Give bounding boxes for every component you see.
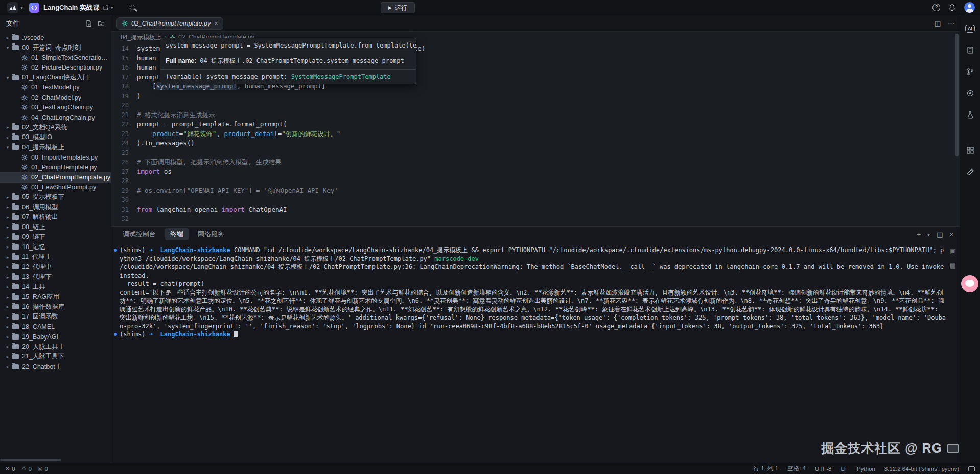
status-item-1[interactable]: 空格: 4 [787,465,806,472]
editor-tab-bar: 02_ChatPromptTemplate.py × ◫ ⋯ [111,15,960,32]
tree-folder-19_BabyAGI[interactable]: ▸19_BabyAGI [0,332,111,342]
sidebar-horizontal-scrollbar[interactable] [0,459,61,461]
line-number: 15 [111,54,129,63]
tree-folder-14_工具[interactable]: ▸14_工具 [0,282,111,292]
help-icon[interactable]: ? [932,4,940,11]
watermark: 掘金技术社区 @ RG [821,440,959,457]
tree-folder-13_代理下[interactable]: ▸13_代理下 [0,272,111,282]
tree-file-03_TextLangChain.py[interactable]: 03_TextLangChain.py [0,103,111,113]
new-terminal-icon[interactable]: + [917,231,921,238]
tree-folder-04_提示模板上[interactable]: ▾04_提示模板上 [0,143,111,153]
tree-file-02_PictureDescription.py[interactable]: 02_PictureDescription.py [0,63,111,73]
tree-folder-01_LangChain快速入门[interactable]: ▾01_LangChain快速入门 [0,73,111,83]
tree-folder-06_调用模型[interactable]: ▸06_调用模型 [0,202,111,213]
terminal-side-icon-2[interactable]: ▤ [950,262,956,269]
tree-folder-.vscode[interactable]: ▸.vscode [0,33,111,43]
tree-folder-17_回调函数[interactable]: ▸17_回调函数 [0,312,111,322]
run-button[interactable]: ▶ 运行 [381,2,415,13]
sidebar-title: 文件 [6,19,19,28]
tree-file-01_TextModel.py[interactable]: 01_TextModel.py [0,83,111,93]
tree-folder-05_提示模板下[interactable]: ▸05_提示模板下 [0,192,111,202]
close-panel-icon[interactable]: × [949,231,953,238]
chevron-down-icon[interactable]: ▾ [927,232,930,237]
split-terminal-icon[interactable]: ◫ [937,231,943,238]
marscode-logo-icon[interactable] [7,2,18,13]
tree-folder-02_文档QA系统[interactable]: ▸02_文档QA系统 [0,123,111,133]
user-avatar[interactable] [964,2,975,13]
status-item-4[interactable]: Python [857,466,875,472]
code-line: 32 [111,214,960,224]
tree-folder-20_人脉工具上[interactable]: ▸20_人脉工具上 [0,342,111,352]
status-error[interactable]: ⊗0 [5,465,15,472]
tree-folder-00_开篇词_奇点时刻[interactable]: ▾00_开篇词_奇点时刻 [0,43,111,53]
more-actions-icon[interactable]: ⋯ [948,19,954,27]
tree-folder-11_代理上[interactable]: ▸11_代理上 [0,252,111,262]
tree-file-01_SimpleTextGeneration.py[interactable]: 01_SimpleTextGeneration.py [0,53,111,63]
python-file-icon [122,20,128,27]
tree-file-01_PromptTemplate.py[interactable]: 01_PromptTemplate.py [0,163,111,173]
extensions-grid-icon[interactable] [964,144,976,156]
ai-assistant-icon[interactable]: AI [965,25,975,33]
tree-folder-07_解析输出[interactable]: ▸07_解析输出 [0,212,111,222]
chevron-down-icon[interactable]: ▾ [20,5,23,10]
code-line: 21# 格式化提示消息生成提示 [111,110,960,120]
status-item-5[interactable]: 3.12.2 64-bit ('shims': pyenv) [884,466,959,472]
docs-icon[interactable] [964,44,976,56]
panel-tab-网络服务[interactable]: 网络服务 [193,228,229,240]
tree-folder-03_模型IO[interactable]: ▸03_模型IO [0,132,111,143]
command-decoration-dot [114,333,117,336]
split-editor-icon[interactable]: ◫ [935,19,941,27]
tree-item-label: .vscode [22,34,44,41]
panel-header: 调试控制台终端网络服务 + ▾ ◫ × [111,227,960,242]
status-item-2[interactable]: UTF-8 [815,466,832,472]
info-icon: ◎ [38,465,43,472]
status-item-3[interactable]: LF [841,466,847,472]
new-folder-icon[interactable] [98,20,105,27]
tree-item-label: 03_模型IO [22,133,52,142]
close-icon[interactable]: × [214,19,218,27]
tree-folder-21_人脉工具下[interactable]: ▸21_人脉工具下 [0,352,111,362]
tree-folder-09_链下[interactable]: ▸09_链下 [0,232,111,242]
juejin-float-button[interactable] [961,275,978,292]
tree-item-label: 00_ImportTemplates.py [31,154,98,161]
status-item-0[interactable]: 行 1, 列 1 [754,465,779,472]
remote-screen-icon[interactable] [968,466,975,471]
new-file-icon[interactable] [85,20,92,27]
folder-icon [12,334,19,340]
chevron-right-icon: ▸ [4,215,11,220]
chevron-right-icon: ▸ [4,364,11,369]
editor-tab[interactable]: 02_ChatPromptTemplate.py × [116,17,223,30]
panel-tab-终端[interactable]: 终端 [165,228,189,240]
status-warning[interactable]: ⚠0 [21,465,32,472]
test-tube-icon[interactable] [964,166,976,178]
tree-file-02_ChatPromptTemplate.py[interactable]: 02_ChatPromptTemplate.py [0,172,111,183]
terminal-output[interactable]: (shims) ➜ LangChain-shizhanke COMMAND="c… [111,242,960,463]
tree-file-03_FewShotPrompt.py[interactable]: 03_FewShotPrompt.py [0,183,111,193]
bell-icon[interactable] [948,4,956,11]
target-icon[interactable] [964,87,976,99]
tree-folder-12_代理中[interactable]: ▸12_代理中 [0,262,111,273]
flask-icon[interactable] [964,108,976,121]
tree-folder-08_链上[interactable]: ▸08_链上 [0,222,111,233]
code-line: 19) [111,92,960,101]
search-icon[interactable] [130,5,135,10]
terminal-side-icon-1[interactable]: ▣ [950,247,956,255]
editor-scrollbar[interactable] [955,34,959,156]
tree-file-00_ImportTemplates.py[interactable]: 00_ImportTemplates.py [0,152,111,163]
tree-file-02_ChatModel.py[interactable]: 02_ChatModel.py [0,93,111,103]
git-branch-icon[interactable] [964,65,976,78]
breadcrumb-folder[interactable]: 04_提示模板上 [121,33,161,42]
tree-folder-22_Chatbot上[interactable]: ▸22_Chatbot上 [0,362,111,372]
tree-file-04_ChatLongChain.py[interactable]: 04_ChatLongChain.py [0,112,111,123]
status-bar: ⊗0⚠0◎0 行 1, 列 1空格: 4UTF-8LFPython3.12.2 … [0,463,980,474]
tree-item-label: 08_链上 [22,223,45,232]
open-external-icon[interactable] [103,5,109,11]
code-text: # os.environ["OPENAI_API_KEY"] = '你的Open… [137,187,338,194]
status-info[interactable]: ◎0 [38,465,48,472]
panel-tab-调试控制台[interactable]: 调试控制台 [118,228,161,240]
tree-folder-15_RAG应用[interactable]: ▸15_RAG应用 [0,292,111,302]
tree-folder-18_CAMEL[interactable]: ▸18_CAMEL [0,322,111,332]
tree-folder-10_记忆[interactable]: ▸10_记忆 [0,242,111,253]
chevron-down-icon[interactable]: ▾ [111,5,113,10]
tree-folder-16_操作数据库[interactable]: ▸16_操作数据库 [0,302,111,312]
